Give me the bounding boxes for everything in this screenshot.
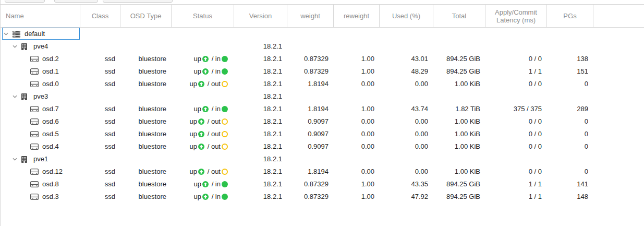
cell-class: ssd <box>80 78 120 90</box>
column-header-used[interactable]: Used (%) <box>380 5 433 27</box>
cell-class: ssd <box>80 178 120 191</box>
cell-status: up / in <box>172 178 234 191</box>
toolbar-button-stub-2[interactable] <box>54 0 98 3</box>
cell-name[interactable]: osd.1 <box>1 65 80 78</box>
cell-name[interactable]: osd.12 <box>1 165 80 178</box>
tree-row-osd.12[interactable]: osd.12ssdbluestoreup / out18.2.11.81940.… <box>1 165 644 178</box>
column-header-status[interactable]: Status <box>172 5 234 27</box>
tree-row-osd.6[interactable]: osd.6ssdbluestoreup / out18.2.10.90970.0… <box>1 115 644 128</box>
tree-row-osd.5[interactable]: osd.5ssdbluestoreup / out18.2.10.90970.0… <box>1 128 644 140</box>
cell-total: 1.00 KiB <box>433 115 485 128</box>
tree-row-default[interactable]: default <box>1 28 644 40</box>
status-up-icon <box>197 168 205 175</box>
column-header-reweight[interactable]: reweight <box>334 5 380 27</box>
cell-name[interactable]: pve1 <box>1 153 80 165</box>
column-header-pgs[interactable]: PGs <box>547 5 593 27</box>
cell-name[interactable]: pve4 <box>1 40 80 53</box>
cell-used: 47.92 <box>380 191 433 203</box>
tree-row-pve4[interactable]: pve418.2.1 <box>1 40 644 53</box>
cell-weight: 0.87329 <box>287 178 334 191</box>
cell-name[interactable]: osd.7 <box>1 103 80 115</box>
tree-row-osd.7[interactable]: osd.7ssdbluestoreup / in18.2.11.81941.00… <box>1 103 644 115</box>
cell-status <box>172 28 234 40</box>
toolbar-button-stub-1[interactable] <box>5 0 45 3</box>
node-label: default <box>25 28 45 40</box>
column-header-class[interactable]: Class <box>80 5 120 27</box>
column-header-name[interactable]: Name <box>1 5 80 27</box>
column-header-label: OSD Type <box>130 12 162 20</box>
tree-row-osd.3[interactable]: osd.3ssdbluestoreup / in18.2.10.873291.0… <box>1 191 644 203</box>
osd-icon <box>30 178 41 191</box>
cell-latency: 0 / 0 <box>485 78 547 90</box>
cell-pgs: 148 <box>547 191 593 203</box>
expander-chevron-down-icon[interactable] <box>4 28 13 40</box>
cell-status <box>172 90 234 103</box>
node-label: osd.4 <box>42 140 59 153</box>
column-header-weight[interactable]: weight <box>287 5 334 27</box>
cell-pgs: 0 <box>547 165 593 178</box>
tree-row-osd.1[interactable]: osd.1ssdbluestoreup / in18.2.10.873291.0… <box>1 65 644 78</box>
cell-name[interactable]: osd.5 <box>1 128 80 140</box>
cell-name[interactable]: default <box>1 28 80 40</box>
cell-version: 18.2.1 <box>234 128 287 140</box>
column-header-total[interactable]: Total <box>433 5 485 27</box>
tree-row-osd.2[interactable]: osd.2ssdbluestoreup / in18.2.10.873291.0… <box>1 53 644 65</box>
cell-class: ssd <box>80 65 120 78</box>
tree-row-osd.4[interactable]: osd.4ssdbluestoreup / out18.2.10.90970.0… <box>1 140 644 153</box>
cell-reweight <box>334 40 380 53</box>
cell-name[interactable]: osd.3 <box>1 191 80 203</box>
status-up-icon <box>197 117 205 125</box>
node-label: pve4 <box>33 40 48 53</box>
cell-status: up / out <box>172 115 234 128</box>
toolbar-button-stub-3[interactable] <box>103 0 173 3</box>
cell-weight: 0.87329 <box>287 53 334 65</box>
cell-total: 1.00 KiB <box>433 78 485 90</box>
cell-name[interactable]: pve3 <box>1 90 80 103</box>
cell-latency: 1 / 1 <box>485 65 547 78</box>
cell-weight: 0.87329 <box>287 65 334 78</box>
tree-row-pve1[interactable]: pve118.2.1 <box>1 153 644 165</box>
cell-status: up / out <box>172 128 234 140</box>
cell-weight <box>287 40 334 53</box>
expander-chevron-down-icon[interactable] <box>13 40 21 53</box>
osd-icon <box>30 78 41 90</box>
column-header-latency[interactable]: Apply/Commit Latency (ms) <box>485 5 547 27</box>
cell-total <box>433 40 485 53</box>
indent-spacer <box>21 128 30 140</box>
tree-row-osd.8[interactable]: osd.8ssdbluestoreup / in18.2.10.873291.0… <box>1 178 644 191</box>
column-header-label: Used (%) <box>392 12 420 20</box>
cell-version <box>234 28 287 40</box>
tree-row-osd.0[interactable]: osd.0ssdbluestoreup / out18.2.11.81940.0… <box>1 78 644 90</box>
cell-version: 18.2.1 <box>234 191 287 203</box>
cell-reweight: 1.00 <box>334 103 380 115</box>
tree-row-pve3[interactable]: pve318.2.1 <box>1 90 644 103</box>
column-header-version[interactable]: Version <box>234 5 287 27</box>
expander-chevron-down-icon[interactable] <box>13 153 21 165</box>
cell-weight: 0.87329 <box>287 191 334 203</box>
cell-name[interactable]: osd.4 <box>1 140 80 153</box>
cell-pgs: 151 <box>547 65 593 78</box>
node-label: osd.2 <box>42 53 59 65</box>
node-label: pve3 <box>33 90 48 103</box>
cell-name[interactable]: osd.6 <box>1 115 80 128</box>
cell-osd-type: bluestore <box>120 78 172 90</box>
column-header-label: reweight <box>344 12 369 20</box>
ceph-osd-panel: NameClassOSD TypeStatusVersionweightrewe… <box>0 0 644 226</box>
cell-class <box>80 153 120 165</box>
cell-name[interactable]: osd.8 <box>1 178 80 191</box>
cell-used: 48.29 <box>380 65 433 78</box>
cell-weight <box>287 90 334 103</box>
cell-latency: 1 / 1 <box>485 191 547 203</box>
cell-pgs <box>547 40 593 53</box>
expander-chevron-down-icon[interactable] <box>13 90 21 103</box>
column-header-osd-type[interactable]: OSD Type <box>120 5 172 27</box>
cell-osd-type <box>120 40 172 53</box>
cell-name[interactable]: osd.0 <box>1 78 80 90</box>
cell-version: 18.2.1 <box>234 40 287 53</box>
status-up-icon <box>201 55 210 63</box>
cell-reweight: 1.00 <box>334 178 380 191</box>
cell-total: 894.25 GiB <box>433 53 485 65</box>
cell-total: 894.25 GiB <box>433 65 485 78</box>
cell-name[interactable]: osd.2 <box>1 53 80 65</box>
indent-spacer <box>21 53 30 65</box>
